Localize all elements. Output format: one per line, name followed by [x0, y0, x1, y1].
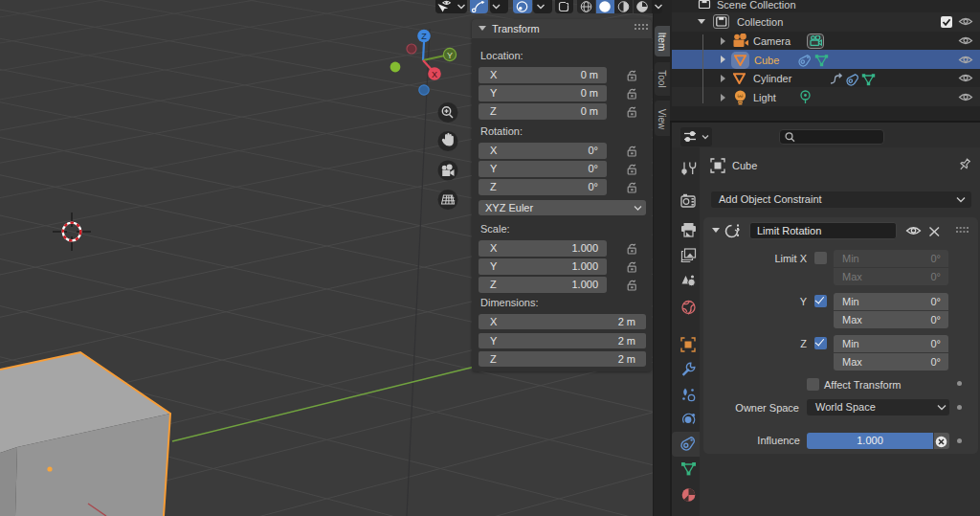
svg-text:X: X [432, 70, 437, 79]
svg-text:Z: Z [421, 32, 427, 41]
svg-text:Y: Y [447, 51, 453, 60]
